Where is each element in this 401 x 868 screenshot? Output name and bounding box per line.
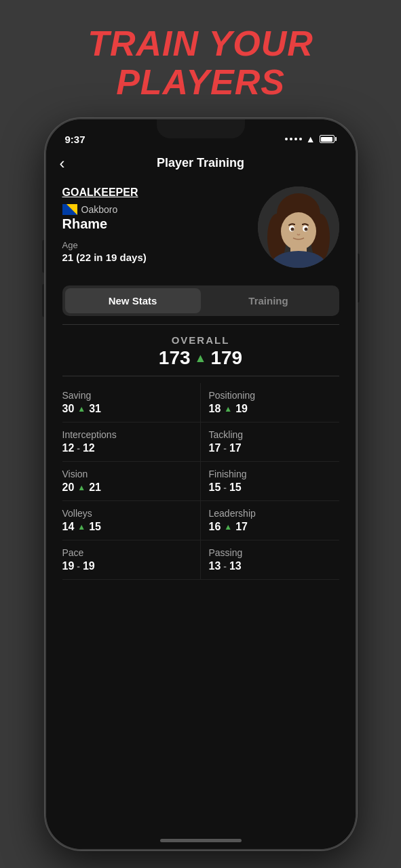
stat-new: 21 xyxy=(89,481,101,494)
stat-name: Tackling xyxy=(209,429,339,440)
stat-new: 17 xyxy=(235,521,248,533)
stat-new: 31 xyxy=(89,403,101,415)
stat-dash: - xyxy=(77,561,80,572)
stat-old: 16 xyxy=(209,521,221,533)
stat-cell: Volleys14▲15 xyxy=(62,501,201,540)
page-title: TRAIN YOUR PLAYERS xyxy=(88,24,313,102)
volume-up-button xyxy=(42,240,45,273)
stat-name: Finishing xyxy=(209,469,339,479)
stat-new: 13 xyxy=(229,560,242,572)
stat-new: 17 xyxy=(229,442,242,454)
svg-point-6 xyxy=(281,212,316,250)
stat-dash: - xyxy=(223,561,227,572)
phone-shell: 9:37 ▲ xyxy=(45,118,357,850)
stat-new: 19 xyxy=(235,403,248,415)
stat-values: 12 - 12 xyxy=(62,442,192,454)
player-section: GOALKEEPER Oakboro Rhame Age 21 (22 in 1… xyxy=(46,177,356,277)
stat-arrow-up-icon: ▲ xyxy=(77,522,85,532)
stat-dash: - xyxy=(77,443,80,454)
status-time: 9:37 xyxy=(65,134,85,145)
back-button[interactable]: ‹ xyxy=(60,154,65,173)
age-label: Age xyxy=(62,240,258,250)
stat-new: 15 xyxy=(89,521,101,533)
stat-cell: Saving30▲31 xyxy=(62,383,201,422)
stat-values: 17 - 17 xyxy=(209,442,339,454)
phone-device: 9:37 ▲ xyxy=(45,118,357,850)
battery-icon xyxy=(320,135,337,143)
stat-cell: Leadership16▲17 xyxy=(201,501,339,540)
stat-new: 12 xyxy=(83,442,95,454)
tab-bar: New Stats Training xyxy=(62,285,339,316)
notch xyxy=(157,119,245,138)
stat-old: 12 xyxy=(62,442,75,454)
stat-values: 20▲21 xyxy=(62,481,192,494)
stat-cell: Positioning18▲19 xyxy=(201,383,339,422)
stat-cell: Vision20▲21 xyxy=(62,462,201,501)
stat-name: Pace xyxy=(62,547,192,558)
player-info: GOALKEEPER Oakboro Rhame Age 21 (22 in 1… xyxy=(62,186,258,268)
stat-name: Saving xyxy=(62,390,192,401)
stat-name: Volleys xyxy=(62,508,192,519)
stat-arrow-up-icon: ▲ xyxy=(224,522,232,532)
club-name: Oakboro xyxy=(81,204,118,215)
overall-section: OVERALL 173 ▲ 179 xyxy=(62,324,339,376)
stat-dash: - xyxy=(223,482,227,493)
stat-name: Vision xyxy=(62,469,192,479)
phone-screen: 9:37 ▲ xyxy=(46,119,356,849)
stat-values: 19 - 19 xyxy=(62,560,192,572)
stat-old: 20 xyxy=(62,481,75,494)
stat-old: 18 xyxy=(209,403,221,415)
volume-down-button xyxy=(42,284,45,317)
overall-values: 173 ▲ 179 xyxy=(62,347,339,369)
stat-cell: Pace19 - 19 xyxy=(62,540,201,580)
stat-dash: - xyxy=(223,443,227,454)
stat-arrow-up-icon: ▲ xyxy=(224,404,232,414)
svg-point-10 xyxy=(304,228,307,231)
stat-cell: Passing13 - 13 xyxy=(201,540,339,580)
stat-new: 19 xyxy=(83,560,95,572)
stat-arrow-up-icon: ▲ xyxy=(77,404,85,414)
overall-new: 179 xyxy=(210,347,242,369)
overall-old: 173 xyxy=(159,347,191,369)
stat-arrow-up-icon: ▲ xyxy=(77,483,85,492)
stat-old: 19 xyxy=(62,560,75,572)
svg-point-9 xyxy=(290,228,294,231)
stat-name: Leadership xyxy=(209,508,339,519)
age-value: 21 (22 in 19 days) xyxy=(62,252,258,263)
stat-old: 13 xyxy=(209,560,221,572)
overall-arrow-up-icon: ▲ xyxy=(195,351,207,366)
stat-old: 17 xyxy=(209,442,221,454)
stat-name: Passing xyxy=(209,547,339,558)
club-flag xyxy=(62,204,77,215)
stats-grid: Saving30▲31Positioning18▲19Interceptions… xyxy=(46,383,356,580)
stat-values: 13 - 13 xyxy=(209,560,339,572)
player-avatar xyxy=(258,186,339,268)
player-name: Rhame xyxy=(62,216,258,232)
stat-cell: Finishing15 - 15 xyxy=(201,462,339,501)
tab-training[interactable]: Training xyxy=(201,288,337,313)
screen-header: ‹ Player Training xyxy=(46,149,356,177)
home-indicator xyxy=(160,839,242,842)
status-icons: ▲ xyxy=(285,134,337,144)
player-position: GOALKEEPER xyxy=(62,186,258,199)
stat-values: 14▲15 xyxy=(62,521,192,533)
signal-icon xyxy=(285,138,302,140)
stat-old: 30 xyxy=(62,403,75,415)
stat-cell: Tackling17 - 17 xyxy=(201,422,339,462)
stat-cell: Interceptions12 - 12 xyxy=(62,422,201,462)
tab-new-stats[interactable]: New Stats xyxy=(65,288,201,313)
screen-title: Player Training xyxy=(157,156,244,170)
stat-new: 15 xyxy=(229,481,242,494)
stat-values: 30▲31 xyxy=(62,403,192,415)
stat-name: Interceptions xyxy=(62,429,192,440)
power-button xyxy=(357,254,360,302)
wifi-icon: ▲ xyxy=(306,134,316,144)
stat-values: 16▲17 xyxy=(209,521,339,533)
player-club-row: Oakboro xyxy=(62,204,258,215)
stat-values: 15 - 15 xyxy=(209,481,339,494)
stat-name: Positioning xyxy=(209,390,339,401)
stat-old: 14 xyxy=(62,521,75,533)
stat-values: 18▲19 xyxy=(209,403,339,415)
stat-old: 15 xyxy=(209,481,221,494)
overall-label: OVERALL xyxy=(62,334,339,346)
